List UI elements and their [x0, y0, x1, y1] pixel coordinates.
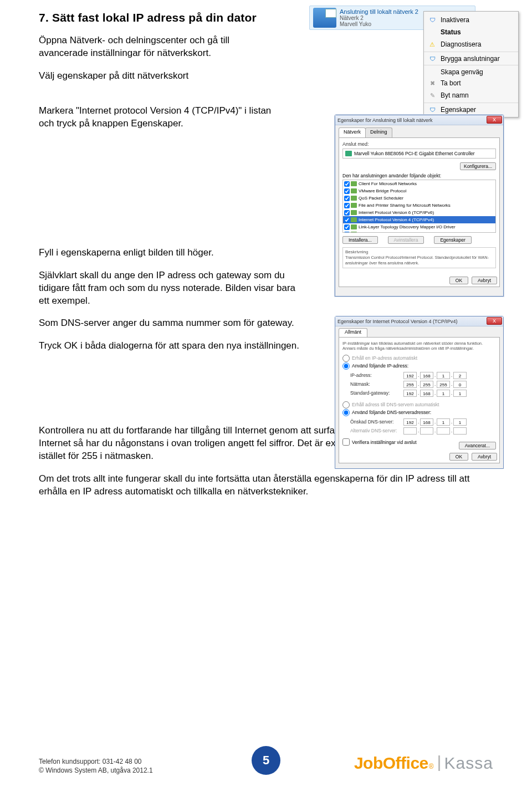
brand-logo: JobOffice® Kassa [354, 754, 493, 773]
cancel-button[interactable]: Avbryt [472, 453, 497, 461]
sec2-p2: Självklart skall du ange den IP adress o… [39, 269, 299, 308]
context-menu: 🛡Inaktivera Status ⚠Diagnostisera 🛡Brygg… [423, 11, 519, 117]
footer-support: Telefon kundsupport: 031-42 48 00 [39, 757, 153, 766]
dns2-input[interactable]: ... [403, 427, 467, 435]
ctx-bridge[interactable]: 🛡Brygga anslutningar [424, 52, 518, 64]
row-dns1: Önskad DNS-server: 192.168.1.1 [350, 417, 496, 426]
ok-button[interactable]: OK [449, 453, 468, 461]
tab-network[interactable]: Nätverk [339, 127, 366, 137]
list-item[interactable]: Link-Layer Topology Discovery Mapper I/O… [343, 223, 495, 231]
desc-title: Beskrivning [345, 249, 493, 254]
registered-icon: ® [429, 763, 434, 770]
ctx-rename[interactable]: ✎Byt namn [424, 89, 518, 101]
delete-icon: ✖ [427, 79, 437, 88]
dlg1-titlebar: Egenskaper för Anslutning till lokalt nä… [335, 115, 503, 125]
desc-text: Transmission Control Protocol/Internet P… [345, 255, 489, 265]
page-number-badge: 5 [252, 746, 280, 775]
ctx-status[interactable]: Status [424, 26, 518, 38]
list-item[interactable]: QoS Packet Scheduler [343, 195, 495, 202]
dlg2-title: Egenskaper för Internet Protocol Version… [337, 319, 458, 324]
ctx-shortcut[interactable]: Skapa genväg [424, 65, 518, 77]
dns1-input[interactable]: 192.168.1.1 [403, 418, 467, 426]
ipv4-properties-dialog: Egenskaper för Internet Protocol Version… [335, 316, 504, 469]
nic-title: Anslutning till lokalt nätverk 2 [340, 8, 418, 15]
nic-network: Nätverk 2 [340, 15, 418, 22]
bridge-icon: 🛡 [427, 54, 437, 63]
list-item[interactable]: VMware Bridge Protocol [343, 187, 495, 195]
shield-icon: 🛡 [427, 16, 437, 24]
footer-copyright: © Windows System AB, utgåva 2012.1 [39, 766, 153, 775]
protocol-icon [351, 224, 357, 229]
list-item[interactable]: File and Printer Sharing for Microsoft N… [343, 202, 495, 209]
dlg2-titlebar: Egenskaper för Internet Protocol Version… [335, 316, 503, 326]
sec1-p2: Välj egenskaper på ditt nätverkskort [39, 70, 244, 83]
nic-chip-icon [345, 151, 352, 156]
ok-button[interactable]: OK [449, 277, 468, 284]
properties-icon: 🛡 [427, 105, 437, 114]
sec2-p1: Fyll i egenskaperna enligt bilden till h… [39, 247, 299, 259]
protocol-icon [351, 232, 357, 233]
row-mask: Nätmask: 255.255.255.0 [350, 380, 496, 389]
brand-joboffice: JobOffice [354, 754, 428, 773]
ip-address-input[interactable]: 192.168.1.2 [403, 372, 467, 379]
tab-general[interactable]: Allmänt [339, 328, 367, 337]
nic-device: Marvell Yuko [340, 21, 418, 28]
advanced-button[interactable]: Avancerat... [459, 442, 496, 449]
radio-dns-auto[interactable]: Erhåll adress till DNS-servern automatis… [342, 401, 496, 408]
sec1-p1: Öppna Nätverk- och delningscenter och gå… [39, 34, 244, 60]
netmask-input[interactable]: 255.255.255.0 [403, 381, 467, 388]
brand-divider [438, 755, 440, 771]
close-icon[interactable]: X [487, 317, 502, 325]
uses-label: Den här anslutningen använder följande o… [342, 173, 496, 178]
ctx-properties[interactable]: 🛡Egenskaper [424, 103, 518, 115]
dlg1-title: Egenskaper för Anslutning till lokalt nä… [337, 117, 433, 123]
ctx-diagnose[interactable]: ⚠Diagnostisera [424, 38, 518, 50]
ctx-remove[interactable]: ✖Ta bort [424, 77, 518, 89]
sec1-p3: Markera "Internet protocol Version 4 (TC… [39, 105, 272, 130]
list-item[interactable]: Client For Microsoft Networks [343, 180, 495, 187]
protocol-icon [351, 181, 357, 186]
protocol-listbox[interactable]: Client For Microsoft Networks VMware Bri… [342, 180, 496, 233]
radio-ip-auto[interactable]: Erhåll en IP-adress automatiskt [342, 354, 496, 362]
protocol-icon [351, 217, 357, 222]
description-box: Beskrivning Transmission Control Protoco… [342, 247, 496, 268]
protocol-icon [351, 210, 357, 215]
sec2-p3: Som DNS-server anger du samma nummer som… [39, 317, 299, 330]
radio-dns-manual[interactable]: Använd följande DNS-serveradresser: [342, 408, 496, 416]
install-button[interactable]: Installera... [342, 236, 378, 244]
nic-name-field: Marvell Yukon 88E8056 PCI-E Gigabit Ethe… [342, 149, 496, 159]
list-item[interactable]: Link-Layer Topology Discovery Responder [343, 231, 495, 233]
connect-with-label: Anslut med: [342, 141, 496, 147]
tab-sharing[interactable]: Delning [365, 127, 392, 137]
sec3-p2: Om det trots allt inte fungerar skall du… [39, 473, 488, 498]
brand-kassa: Kassa [444, 754, 493, 773]
nic-icon [313, 8, 336, 28]
protocol-icon [351, 203, 357, 208]
gateway-input[interactable]: 192.168.1.1 [403, 390, 467, 397]
page-footer: Telefon kundsupport: 031-42 48 00 © Wind… [39, 742, 493, 775]
diagnose-icon: ⚠ [427, 40, 437, 49]
ipv4-intro: IP-inställningar kan tilldelas automatis… [342, 341, 496, 351]
nic-properties-dialog: Egenskaper för Anslutning till lokalt nä… [335, 115, 504, 297]
list-item[interactable]: Internet Protocol Version 6 (TCP/IPv6) [343, 209, 495, 216]
network-adapter-screenshot: Anslutning till lokalt nätverk 2 Nätverk… [309, 6, 519, 30]
list-item-ipv4-selected[interactable]: Internet Protocol Version 4 (TCP/IPv4) [343, 216, 495, 223]
rename-icon: ✎ [427, 91, 437, 100]
uninstall-button[interactable]: Avinstallera [388, 236, 424, 244]
sec2-p4: Tryck OK i båda dialogerna för att spara… [39, 340, 299, 352]
protocol-icon [351, 188, 357, 193]
properties-button[interactable]: Egenskaper [434, 236, 471, 244]
radio-ip-manual[interactable]: Använd följande IP-adress: [342, 362, 496, 370]
row-gateway: Standard-gateway: 192.168.1.1 [350, 389, 496, 397]
configure-button[interactable]: Konfigurera... [460, 162, 496, 170]
row-ip: IP-adress: 192.168.1.2 [350, 371, 496, 380]
cancel-button[interactable]: Avbryt [472, 277, 497, 284]
close-icon[interactable]: X [487, 116, 502, 124]
protocol-icon [351, 196, 357, 201]
ctx-disable[interactable]: 🛡Inaktivera [424, 14, 518, 26]
row-dns2: Alternativ DNS-server: ... [350, 426, 496, 435]
step-7-heading: 7. Sätt fast lokal IP adress på din dato… [39, 11, 316, 24]
